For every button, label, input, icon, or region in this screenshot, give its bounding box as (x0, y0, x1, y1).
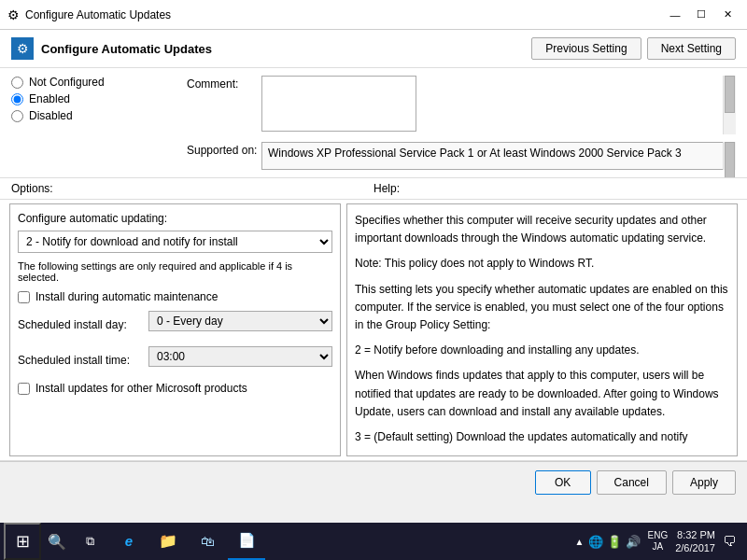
help-panel: Specifies whether this computer will rec… (346, 203, 738, 456)
help-p4: 2 = Notify before downloading and instal… (355, 342, 729, 359)
help-p2: Note: This policy does not apply to Wind… (355, 255, 729, 273)
tray-arrow-icon[interactable]: ▲ (575, 537, 585, 547)
options-panel: Configure automatic updating: 2 - Notify… (9, 203, 341, 456)
other-products-checkbox-label[interactable]: Install updates for other Microsoft prod… (18, 382, 332, 395)
not-configured-radio[interactable] (11, 77, 23, 89)
dialog-footer: OK Cancel Apply (0, 461, 747, 502)
title-bar: ⚙ Configure Automatic Updates — ☐ ✕ (0, 0, 747, 30)
scheduled-time-row: Scheduled install time: 00:00 01:00 02:0… (18, 346, 332, 374)
comment-row: Comment: (187, 76, 736, 134)
not-configured-label: Not Configured (29, 76, 105, 89)
notification-icon[interactable]: 🗨 (723, 534, 736, 549)
cancel-button[interactable]: Cancel (597, 470, 667, 495)
install-maintenance-checkbox[interactable] (18, 291, 30, 303)
clock-date: 2/6/2017 (675, 541, 715, 554)
start-icon: ⊞ (16, 531, 30, 552)
disabled-radio-label[interactable]: Disabled (11, 109, 176, 122)
scheduled-day-select[interactable]: 0 - Every day 1 - Sunday 2 - Monday 3 - … (148, 311, 332, 331)
options-header-label: Options: (11, 182, 374, 195)
not-configured-radio-label[interactable]: Not Configured (11, 76, 176, 89)
other-products-checkbox[interactable] (18, 383, 30, 395)
taskbar: ⊞ 🔍 ⧉ e 📁 🛍 📄 ▲ 🌐 🔋 🔊 ENG JA 8:32 PM 2/6… (0, 523, 747, 560)
scheduled-day-label: Scheduled install day: (18, 318, 148, 331)
taskbar-tray: ▲ 🌐 🔋 🔊 ENG JA 8:32 PM 2/6/2017 🗨 (568, 528, 743, 555)
ie-taskbar-item[interactable]: e (110, 523, 148, 560)
taskbar-items: e 📁 🛍 📄 (106, 523, 568, 560)
ok-button[interactable]: OK (535, 470, 591, 495)
dialog-header-title: Configure Automatic Updates (41, 42, 212, 56)
enabled-label: Enabled (29, 92, 70, 105)
comment-label: Comment: (187, 76, 261, 91)
taskbar-clock[interactable]: 8:32 PM 2/6/2017 (675, 528, 715, 555)
lang-text: ENG (648, 530, 669, 541)
explorer-taskbar-item[interactable]: 📁 (149, 523, 187, 560)
store-taskbar-item[interactable]: 🛍 (189, 523, 226, 560)
help-text: Specifies whether this computer will rec… (355, 212, 729, 446)
options-note: The following settings are only required… (18, 260, 332, 283)
dialog-header: ⚙ Configure Automatic Updates Previous S… (0, 30, 747, 68)
help-p1: Specifies whether this computer will rec… (355, 212, 729, 247)
gear-icon: ⚙ (17, 41, 29, 56)
title-bar-controls: — ☐ ✕ (663, 6, 740, 24)
volume-icon[interactable]: 🔊 (626, 535, 641, 549)
task-view-button[interactable]: ⧉ (73, 525, 106, 558)
disabled-radio[interactable] (11, 110, 23, 122)
supported-on-label: Supported on: (187, 142, 261, 157)
supported-row: Supported on: Windows XP Professional Se… (187, 142, 736, 170)
radio-section: Not Configured Enabled Disabled (0, 68, 187, 130)
disabled-label: Disabled (29, 109, 73, 122)
other-products-label: Install updates for other Microsoft prod… (35, 382, 247, 395)
upper-section: Not Configured Enabled Disabled Comment:… (0, 68, 747, 178)
lang-display: ENG JA (648, 530, 669, 553)
search-icon: 🔍 (48, 533, 66, 551)
help-p6: 3 = (Default setting) Download the updat… (355, 428, 729, 446)
scheduled-time-select[interactable]: 00:00 01:00 02:00 03:00 04:00 (148, 346, 332, 367)
maximize-button[interactable]: ☐ (689, 6, 713, 24)
scheduled-time-label: Scheduled install time: (18, 354, 148, 367)
clock-time: 8:32 PM (675, 528, 715, 541)
task-view-icon: ⧉ (86, 534, 94, 548)
supported-on-value: Windows XP Professional Service Pack 1 o… (261, 142, 736, 170)
configure-dropdown[interactable]: 2 - Notify for download and notify for i… (18, 231, 332, 253)
enabled-radio[interactable] (11, 93, 23, 105)
configure-updating-label: Configure automatic updating: (18, 212, 332, 225)
apply-button[interactable]: Apply (672, 470, 736, 495)
next-setting-button[interactable]: Next Setting (647, 37, 736, 60)
enabled-radio-label[interactable]: Enabled (11, 92, 176, 105)
lang-locale: JA (653, 541, 664, 553)
comment-textarea[interactable] (261, 76, 416, 132)
network-icon[interactable]: 🌐 (588, 535, 603, 549)
minimize-button[interactable]: — (663, 6, 687, 24)
title-bar-icon: ⚙ (7, 7, 20, 22)
install-maintenance-label: Install during automatic maintenance (35, 290, 218, 303)
battery-icon[interactable]: 🔋 (607, 535, 622, 549)
right-panel: Comment: Supported on: Windows XP Profes… (187, 68, 747, 177)
title-bar-text: Configure Automatic Updates (25, 8, 663, 21)
options-help-header: Options: Help: (0, 178, 747, 200)
start-button[interactable]: ⊞ (4, 523, 41, 560)
help-p5: When Windows finds updates that apply to… (355, 367, 729, 421)
scheduled-day-row: Scheduled install day: 0 - Every day 1 -… (18, 311, 332, 339)
previous-setting-button[interactable]: Previous Setting (531, 37, 641, 60)
search-button[interactable]: 🔍 (41, 525, 73, 557)
help-p3: This setting lets you specify whether au… (355, 281, 729, 335)
close-button[interactable]: ✕ (715, 6, 740, 24)
help-header-label: Help: (374, 182, 736, 195)
install-maintenance-checkbox-label[interactable]: Install during automatic maintenance (18, 290, 332, 303)
panels: Configure automatic updating: 2 - Notify… (0, 200, 747, 461)
active-taskbar-item[interactable]: 📄 (228, 523, 265, 560)
header-icon: ⚙ (11, 37, 34, 60)
